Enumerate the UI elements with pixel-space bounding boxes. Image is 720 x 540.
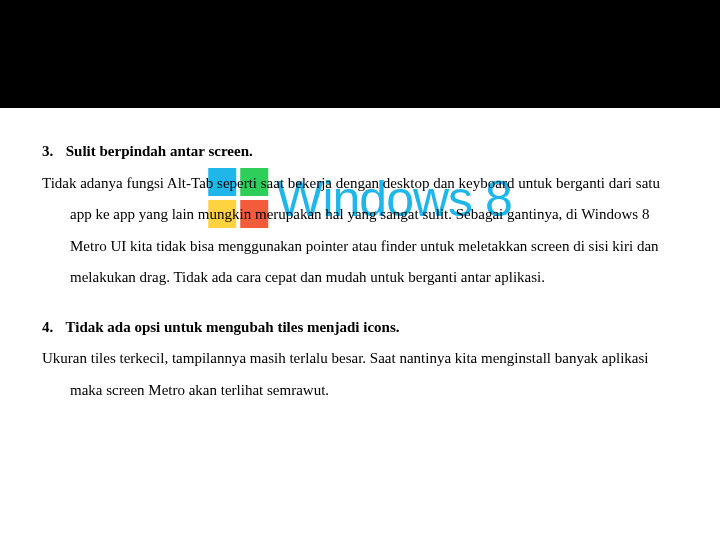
list-item-heading: 3. Sulit berpindah antar screen. xyxy=(42,136,678,168)
item-body: Ukuran tiles terkecil, tampilannya masih… xyxy=(42,343,678,406)
item-title: Sulit berpindah antar screen. xyxy=(66,143,253,159)
item-number: 4. xyxy=(42,312,62,344)
list-item-heading: 4. Tidak ada opsi untuk mengubah tiles m… xyxy=(42,312,678,344)
item-title: Tidak ada opsi untuk mengubah tiles menj… xyxy=(65,319,399,335)
text-content: 3. Sulit berpindah antar screen. Tidak a… xyxy=(42,136,678,406)
slide-content-area: Windows 8 3. Sulit berpindah antar scree… xyxy=(0,108,720,540)
item-body: Tidak adanya fungsi Alt-Tab seperti saat… xyxy=(42,168,678,294)
item-number: 3. xyxy=(42,136,62,168)
